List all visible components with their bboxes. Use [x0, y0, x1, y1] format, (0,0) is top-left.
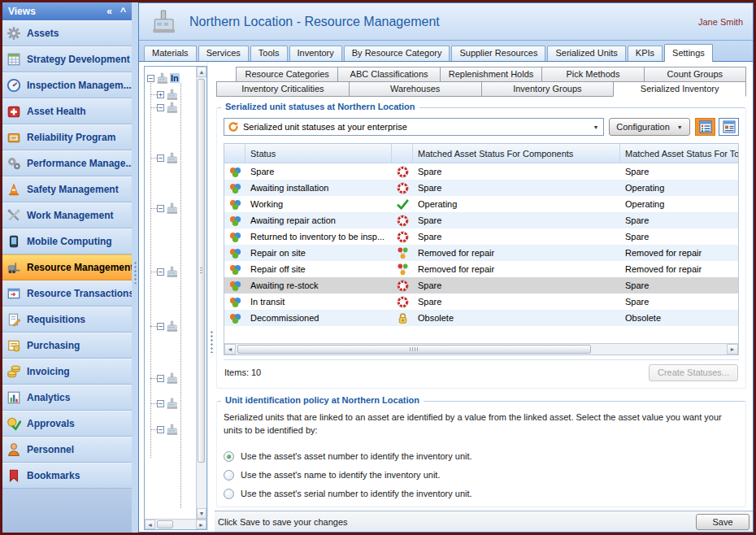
tab-settings[interactable]: Settings	[664, 44, 713, 62]
subtab-resource-categories[interactable]: Resource Categories	[236, 67, 338, 82]
sidebar-item-asset-health[interactable]: Asset Health	[2, 98, 132, 124]
tree-node[interactable]: −	[157, 320, 178, 333]
table-row[interactable]: Repair off siteRemoved for repairRemoved…	[224, 261, 738, 277]
subtab-warehouses[interactable]: Warehouses	[349, 81, 482, 97]
scroll-up-icon[interactable]: ▲	[197, 67, 206, 77]
sidebar-item-reliability-program[interactable]: Reliability Program	[2, 124, 132, 150]
subtab-count-groups[interactable]: Count Groups	[644, 67, 746, 82]
tree-vertical-scrollbar[interactable]: ▲ ▼	[196, 67, 206, 519]
collapse-icon[interactable]: −	[157, 104, 164, 111]
tree-splitter[interactable]	[207, 62, 215, 532]
scroll-track[interactable]	[155, 520, 196, 529]
tab-services[interactable]: Services	[198, 46, 249, 61]
tree-node[interactable]: −	[157, 101, 178, 114]
sidebar-item-personnel[interactable]: Personnel	[2, 437, 132, 463]
scroll-track[interactable]	[197, 77, 206, 508]
tree-node[interactable]: −In	[147, 72, 180, 85]
subtab-abc-classifications[interactable]: ABC Classifications	[337, 67, 440, 82]
scroll-thumb[interactable]	[237, 345, 591, 354]
tree-node[interactable]: +	[157, 88, 178, 101]
tree-node[interactable]: −	[157, 423, 178, 436]
tab-by-resource-category[interactable]: By Resource Category	[344, 46, 450, 61]
table-row[interactable]: DecommissionedObsoleteObsolete	[224, 310, 738, 326]
subtab-pick-methods[interactable]: Pick Methods	[541, 67, 644, 82]
column-header[interactable]	[392, 144, 413, 163]
expand-icon[interactable]: +	[157, 91, 164, 98]
collapse-icon[interactable]: −	[157, 268, 164, 276]
column-header-matched-asset-status-for-tools[interactable]: Matched Asset Status For Tools	[620, 144, 738, 163]
subtab-serialized-inventory[interactable]: Serialized Inventory	[613, 81, 746, 97]
scroll-left-icon[interactable]: ◄	[145, 520, 155, 529]
scroll-right-icon[interactable]: ►	[727, 344, 738, 354]
statuses-scope-combobox[interactable]: Serialized unit statuses at your enterpr…	[224, 118, 604, 136]
tree-node[interactable]: −	[157, 202, 178, 215]
table-row[interactable]: Awaiting installationSpareOperating	[224, 180, 738, 196]
tree-node[interactable]: −	[157, 265, 178, 278]
tab-serialized-units[interactable]: Serialized Units	[547, 46, 625, 61]
scroll-thumb[interactable]	[157, 520, 173, 528]
tree-node[interactable]: −	[157, 397, 178, 410]
sidebar-item-resource-management[interactable]: Resource Management	[2, 254, 132, 281]
sidebar-item-resource-transactions[interactable]: Resource Transactions	[2, 281, 132, 307]
scroll-left-icon[interactable]: ◄	[224, 344, 236, 354]
tab-inventory[interactable]: Inventory	[289, 46, 342, 61]
radio-option[interactable]: Use the asset's asset number to identify…	[224, 447, 739, 466]
tab-supplier-resources[interactable]: Supplier Resources	[451, 46, 545, 61]
tab-tools[interactable]: Tools	[250, 46, 288, 61]
sidebar-item-safety-management[interactable]: Safety Management	[2, 176, 132, 202]
table-row[interactable]: Awaiting re-stockSpareSpare	[224, 277, 738, 294]
configuration-button[interactable]: Configuration ▼	[609, 118, 690, 136]
sidebar-item-work-management[interactable]: Work Management	[2, 202, 132, 228]
table-row[interactable]: In transitSpareSpare	[224, 294, 738, 310]
list-view-button[interactable]	[695, 118, 715, 136]
table-row[interactable]: Repair on siteRemoved for repairRemoved …	[224, 245, 738, 261]
scroll-thumb[interactable]	[198, 79, 205, 463]
collapse-sidebar-icon[interactable]: «	[106, 7, 112, 16]
collapse-icon[interactable]: −	[157, 400, 164, 407]
collapse-icon[interactable]: −	[157, 375, 164, 382]
sidebar-item-bookmarks[interactable]: Bookmarks	[2, 463, 132, 489]
scroll-track[interactable]	[236, 344, 727, 354]
radio-option[interactable]: Use the asset's name to identify the inv…	[224, 466, 739, 485]
sidebar-item-approvals[interactable]: Approvals	[2, 411, 132, 437]
sidebar-item-requisitions[interactable]: Requisitions	[2, 307, 132, 333]
tree-node[interactable]: −	[157, 372, 178, 385]
column-header[interactable]	[224, 144, 245, 163]
chevron-down-icon[interactable]: ▼	[589, 120, 602, 134]
sidebar-item-strategy-development[interactable]: Strategy Development	[2, 46, 132, 72]
sidebar-item-purchasing[interactable]: Purchasing	[2, 333, 132, 359]
create-statuses-button[interactable]: Create Statuses...	[649, 364, 738, 381]
sidebar-item-analytics[interactable]: Analytics	[2, 385, 132, 411]
radio-option[interactable]: Use the asset's serial number to identif…	[224, 485, 739, 503]
subtab-replenishment-holds[interactable]: Replenishment Holds	[440, 67, 542, 82]
detail-view-button[interactable]	[719, 118, 739, 136]
table-row[interactable]: WorkingOperatingOperating	[224, 196, 738, 212]
collapse-all-icon[interactable]: ^	[120, 7, 126, 16]
collapse-icon[interactable]: −	[157, 154, 164, 162]
scroll-right-icon[interactable]: ►	[196, 520, 206, 529]
sidebar-splitter[interactable]	[132, 2, 138, 533]
save-button[interactable]: Save	[696, 514, 749, 530]
collapse-icon[interactable]: −	[157, 426, 164, 433]
scroll-down-icon[interactable]: ▼	[197, 508, 206, 519]
sidebar-item-mobile-computing[interactable]: Mobile Computing	[2, 228, 132, 254]
sidebar-item-inspection-managem[interactable]: Inspection Managem...	[2, 72, 132, 98]
subtab-inventory-criticalities[interactable]: Inventory Criticalities	[216, 81, 350, 97]
sidebar-item-assets[interactable]: Assets	[2, 20, 132, 46]
sidebar-item-invoicing[interactable]: Invoicing	[2, 359, 132, 385]
subtab-inventory-groups[interactable]: Inventory Groups	[481, 81, 615, 97]
tree-horizontal-scrollbar[interactable]: ◄ ►	[145, 519, 206, 529]
column-header-status[interactable]: Status	[245, 144, 392, 163]
table-horizontal-scrollbar[interactable]: ◄ ►	[224, 343, 738, 354]
table-row[interactable]: Awaiting repair actionSpareSpare	[224, 212, 738, 228]
collapse-icon[interactable]: −	[147, 75, 154, 82]
table-row[interactable]: Returned to inventory to be insp...Spare…	[224, 228, 738, 245]
collapse-icon[interactable]: −	[157, 205, 164, 212]
radio-button[interactable]	[224, 451, 234, 462]
table-row[interactable]: SpareSpareSpare	[224, 163, 738, 180]
radio-button[interactable]	[224, 470, 234, 481]
collapse-icon[interactable]: −	[157, 323, 164, 330]
column-header-matched-asset-status-for-components[interactable]: Matched Asset Status For Components	[413, 144, 620, 163]
tab-kpis[interactable]: KPIs	[628, 46, 663, 61]
sidebar-item-performance-manage[interactable]: Performance Manage...	[2, 150, 132, 176]
